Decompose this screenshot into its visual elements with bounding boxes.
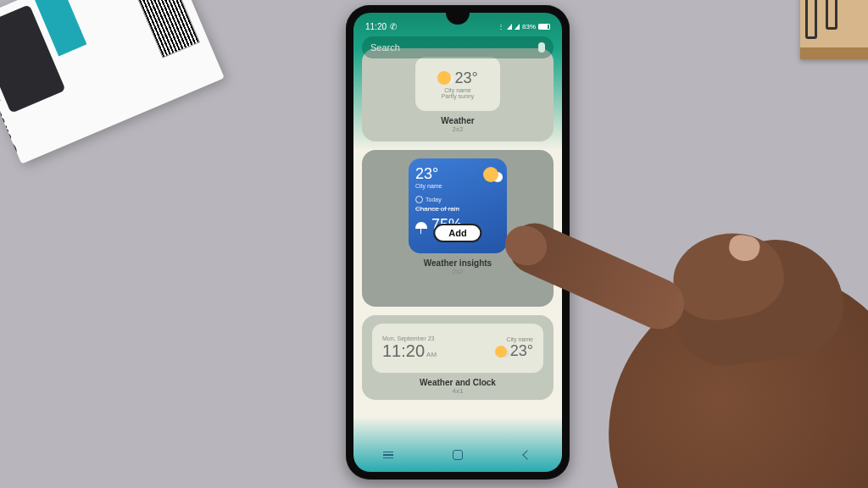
preview-ampm: AM (426, 351, 437, 358)
umbrella-icon (415, 222, 427, 229)
battery-text: 83% (522, 23, 536, 30)
weather-clock-preview: Mon, September 23 11:20 AM City name 23° (372, 324, 543, 373)
widget-size: 4x1 (453, 387, 464, 395)
preview-temperature: 23° (510, 342, 533, 360)
preview-time: 11:20 (382, 341, 425, 361)
signal-icon-2 (515, 24, 520, 30)
search-bar[interactable]: Search (362, 36, 554, 58)
widget-card-weather-clock[interactable]: Mon, September 23 11:20 AM City name 23° (362, 315, 554, 400)
nav-back-button[interactable] (520, 448, 534, 462)
widget-card-weather[interactable]: 23° City name Partly sunny Weather 2x2 (362, 48, 554, 141)
navigation-bar (353, 443, 562, 467)
widget-picker-content[interactable]: 23° City name Partly sunny Weather 2x2 2… (362, 65, 554, 436)
preview-today-label: Today (415, 196, 500, 203)
sun-cloud-icon (437, 71, 451, 85)
weather-widget-preview: 23° City name Partly sunny (415, 57, 500, 111)
phone-icon: ✆ (390, 22, 397, 31)
battery-icon (538, 24, 550, 30)
status-time: 11:20 (365, 22, 387, 31)
widget-title: Weather and Clock (420, 378, 496, 387)
sun-cloud-icon (495, 346, 507, 358)
search-placeholder: Search (370, 42, 400, 53)
barcode (126, 0, 200, 58)
wooden-prop (800, 0, 868, 59)
nav-home-button[interactable] (451, 448, 465, 462)
preview-city: City name (444, 87, 471, 93)
widget-size: 2x2 (453, 268, 464, 275)
phone-frame: 11:20 ✆ ⋮ 83% Search 23° (346, 5, 570, 480)
preview-temperature: 23° (454, 69, 477, 87)
wifi-icon: ⋮ (498, 23, 504, 30)
sun-cloud-icon (483, 167, 498, 182)
preview-city: City name (415, 183, 500, 189)
signal-icon (507, 24, 512, 30)
add-button[interactable]: Add (433, 224, 481, 242)
mic-icon[interactable] (538, 42, 545, 53)
nav-recents-button[interactable] (381, 448, 395, 462)
preview-chance-label: Chance of rain (415, 205, 500, 213)
widget-card-weather-insights[interactable]: 23° City name Today Chance of rain 75% A… (362, 150, 554, 307)
widget-size: 2x2 (453, 125, 464, 133)
widget-title: Weather insights (424, 258, 492, 268)
preview-date: Mon, September 23 (382, 336, 437, 341)
phone-screen: 11:20 ✆ ⋮ 83% Search 23° (353, 13, 562, 472)
preview-city: City name (506, 336, 533, 342)
preview-condition: Partly sunny (442, 93, 475, 99)
product-box-prop: Galaxy A06 (0, 0, 225, 164)
widget-title: Weather (441, 116, 474, 125)
